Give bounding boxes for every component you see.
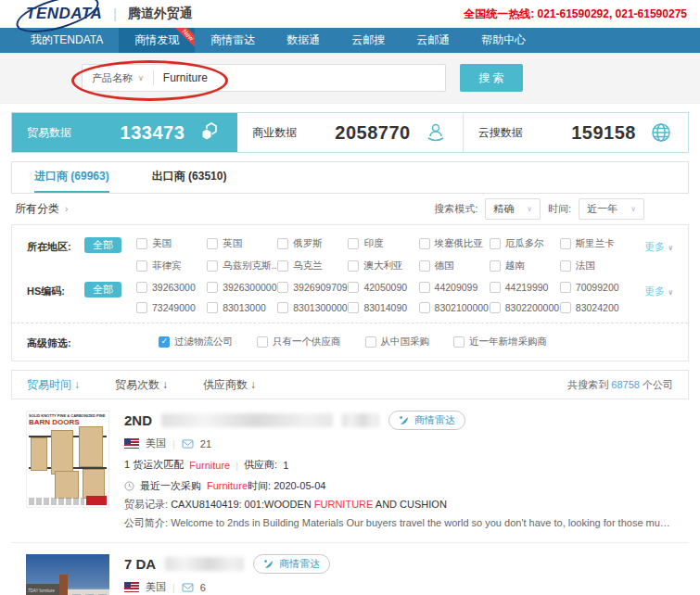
all-categories-link[interactable]: 所有分类 › xyxy=(11,201,68,217)
checkbox-icon[interactable] xyxy=(136,260,147,272)
checkbox-icon[interactable] xyxy=(419,282,430,293)
checkbox-icon[interactable] xyxy=(136,302,147,313)
nav-item-discovery[interactable]: 商情发现 New xyxy=(119,28,195,53)
stat-card-cloudsearch-data[interactable]: 云搜数据 159158 xyxy=(464,113,688,152)
filter-checkbox-item[interactable]: 73249000 xyxy=(136,302,207,313)
filter-checkbox-item[interactable]: 44209099 xyxy=(419,282,490,293)
tab-exporters[interactable]: 出口商 (63510) xyxy=(152,162,227,193)
radar-button[interactable]: 商情雷达 xyxy=(388,411,465,430)
nav-item-datatong[interactable]: 数据通 xyxy=(271,28,336,53)
filter-checkbox-item[interactable]: 70099200 xyxy=(560,282,630,293)
hscode-all-button[interactable]: 全部 xyxy=(84,282,121,298)
checkbox-icon[interactable] xyxy=(136,282,147,293)
filter-checkbox-item[interactable]: 美国 xyxy=(136,237,207,250)
nav-item-my-tendata[interactable]: 我的TENDATA xyxy=(15,28,119,53)
filter-checkbox-item[interactable]: 过滤物流公司 xyxy=(159,335,233,348)
stat-card-business-data[interactable]: 商业数据 2058770 xyxy=(237,113,463,152)
checkbox-icon[interactable] xyxy=(490,238,501,249)
company-name[interactable]: 7 DA xyxy=(124,556,156,572)
filter-checkbox-item[interactable]: 英国 xyxy=(207,237,277,250)
checkbox-icon[interactable] xyxy=(277,260,288,272)
search-category-select[interactable]: 产品名称 ∨ xyxy=(83,71,153,85)
sort-trade-time[interactable]: 贸易时间↓ xyxy=(27,377,80,393)
checkbox-icon[interactable] xyxy=(348,282,359,293)
filter-checkbox-item[interactable]: 斯里兰卡 xyxy=(560,237,630,250)
checkbox-icon[interactable] xyxy=(136,238,147,249)
hscode-more-link[interactable]: 更多 ∨ xyxy=(630,282,673,298)
nav-item-cloudmail-search[interactable]: 云邮搜 xyxy=(336,28,401,53)
filter-checkbox-item[interactable]: 法国 xyxy=(560,260,630,272)
region-all-button[interactable]: 全部 xyxy=(84,237,121,253)
filter-checkbox-item[interactable]: 3926909709 xyxy=(277,282,348,293)
checkbox-icon[interactable] xyxy=(419,302,430,313)
search-input[interactable] xyxy=(154,71,445,84)
checkbox-icon[interactable] xyxy=(348,238,359,249)
filter-checkbox-item[interactable]: 德国 xyxy=(419,260,490,272)
result-thumbnail-storefront[interactable]: 7DAY furniture xyxy=(26,554,109,595)
envelope-icon[interactable] xyxy=(182,583,194,592)
checkbox-icon[interactable] xyxy=(419,238,430,249)
filter-checkbox-item[interactable]: 8301300000 xyxy=(277,302,348,313)
filter-checkbox-item[interactable]: 厄瓜多尔 xyxy=(490,237,560,250)
filter-checkbox-item[interactable]: 近一年新增采购商 xyxy=(453,335,547,348)
filter-checkbox-item[interactable]: 菲律宾 xyxy=(136,260,207,272)
filter-checkbox-item[interactable]: 越南 xyxy=(490,260,560,272)
filter-checkbox-item[interactable]: 39263000 xyxy=(136,282,207,293)
tendata-logo[interactable]: TENDATA xyxy=(26,5,102,23)
result-thumbnail-flyer[interactable]: SOLID KNOTTY PINE & CARBONIZED PINE BARN… xyxy=(26,411,109,508)
checkbox-icon[interactable] xyxy=(207,238,218,249)
checkbox-icon[interactable] xyxy=(490,260,501,272)
stat-card-trade-data[interactable]: 贸易数据 133473 xyxy=(12,113,237,152)
checkbox-icon[interactable] xyxy=(560,260,571,272)
tab-importers[interactable]: 进口商 (69963) xyxy=(34,162,109,193)
checkbox-icon[interactable] xyxy=(365,336,376,348)
checkbox-icon[interactable] xyxy=(207,302,218,313)
filter-checkbox-item[interactable]: 8302100000 xyxy=(419,302,490,313)
time-select[interactable]: 近一年 ∨ xyxy=(579,198,644,220)
filter-checkbox-item[interactable]: 俄罗斯 xyxy=(277,237,348,250)
checkbox-icon[interactable] xyxy=(490,282,501,293)
filter-checkbox-item[interactable]: 乌克兰 xyxy=(277,260,348,272)
sort-supplier-count[interactable]: 供应商数↓ xyxy=(203,377,256,393)
search-mode-select[interactable]: 精确 ∨ xyxy=(485,198,541,220)
radar-button[interactable]: 商情雷达 xyxy=(253,554,330,574)
checkbox-checked-icon[interactable] xyxy=(159,336,170,348)
nav-item-radar[interactable]: 商情雷达 xyxy=(195,28,271,53)
checkbox-icon[interactable] xyxy=(560,238,571,249)
checkbox-icon[interactable] xyxy=(560,282,571,293)
company-name[interactable]: 2ND xyxy=(124,412,152,428)
filter-checkbox-item[interactable]: 埃塞俄比亚 xyxy=(419,237,490,250)
filter-checkbox-item[interactable]: 42050090 xyxy=(348,282,418,293)
checkbox-icon[interactable] xyxy=(277,302,288,313)
checkbox-icon[interactable] xyxy=(453,336,465,348)
checkbox-icon[interactable] xyxy=(207,282,218,293)
envelope-icon[interactable] xyxy=(182,439,194,449)
sort-bar: 贸易时间↓ 贸易次数↓ 供应商数↓ 共搜索到 68758 个公司 xyxy=(11,370,689,399)
checkbox-icon[interactable] xyxy=(257,336,268,348)
filter-checkbox-item[interactable]: 83024200 xyxy=(560,302,630,313)
nav-item-cloudmail-tong[interactable]: 云邮通 xyxy=(401,28,465,53)
checkbox-icon[interactable] xyxy=(277,238,288,249)
filter-checkbox-item[interactable]: 印度 xyxy=(348,237,418,250)
filter-checkbox-item[interactable]: 从中国采购 xyxy=(365,335,430,348)
flyer-heading: BARN DOORS xyxy=(27,418,108,426)
filter-checkbox-item[interactable]: 83014090 xyxy=(348,302,418,313)
nav-item-help-center[interactable]: 帮助中心 xyxy=(465,28,541,53)
checkbox-icon[interactable] xyxy=(207,260,218,272)
sort-trade-count[interactable]: 贸易次数↓ xyxy=(115,377,168,393)
checkbox-icon[interactable] xyxy=(348,260,359,272)
checkbox-icon[interactable] xyxy=(490,302,501,313)
filter-checkbox-item[interactable]: 只有一个供应商 xyxy=(257,335,341,348)
filter-checkbox-item[interactable]: 83013000 xyxy=(207,302,277,313)
filter-checkbox-item[interactable]: 44219990 xyxy=(490,282,560,293)
region-more-link[interactable]: 更多 ∨ xyxy=(630,237,673,254)
checkbox-icon[interactable] xyxy=(419,260,430,272)
checkbox-icon[interactable] xyxy=(348,302,359,313)
filter-checkbox-item[interactable]: 8302200000 xyxy=(490,302,560,313)
search-button[interactable]: 搜 索 xyxy=(460,64,523,92)
filter-checkbox-item[interactable]: 乌兹别克斯.. xyxy=(207,260,277,272)
filter-checkbox-item[interactable]: 澳大利亚 xyxy=(348,260,418,272)
filter-checkbox-item[interactable]: 3926300000 xyxy=(207,282,277,293)
checkbox-icon[interactable] xyxy=(560,302,571,313)
checkbox-icon[interactable] xyxy=(277,282,288,293)
